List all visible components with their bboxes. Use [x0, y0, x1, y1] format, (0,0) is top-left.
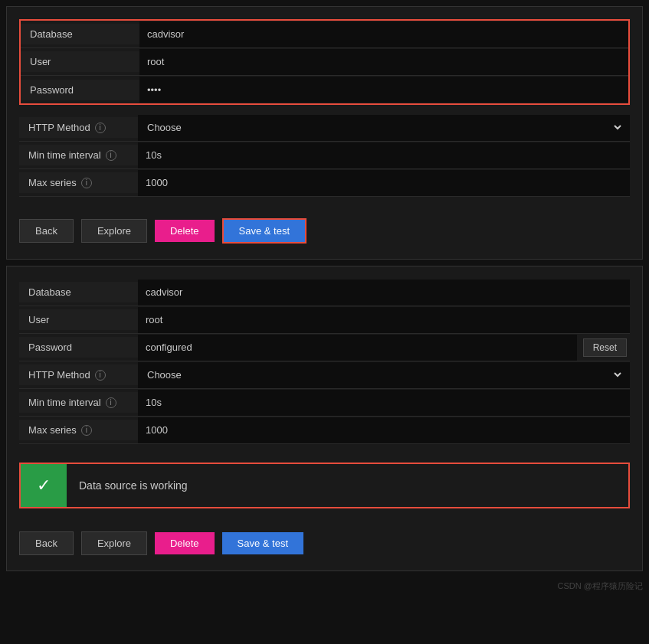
max-series-row: Max series i — [19, 169, 630, 197]
min-time-interval-row: Min time interval i — [19, 142, 630, 169]
p2-password-input[interactable] — [138, 335, 577, 361]
user-label: User — [21, 51, 139, 72]
min-time-interval-label: Min time interval i — [19, 145, 138, 165]
p2-min-time-interval-input[interactable] — [138, 390, 630, 416]
p2-http-method-info-icon: i — [95, 370, 106, 381]
p2-max-series-input[interactable] — [138, 417, 630, 443]
p2-password-row: Password Reset — [19, 334, 630, 361]
credentials-section: Database User Password — [19, 19, 630, 105]
http-method-row: HTTP Method i Choose GET POST — [19, 114, 630, 142]
min-time-interval-info-icon: i — [106, 150, 116, 161]
panel1-save-test-button[interactable]: Save & test — [222, 218, 306, 244]
database-label: Database — [21, 24, 139, 44]
p2-reset-button[interactable]: Reset — [583, 338, 627, 357]
panel2-back-button[interactable]: Back — [19, 531, 74, 555]
success-banner: ✓ Data source is working — [19, 463, 630, 508]
p2-user-label: User — [19, 309, 138, 330]
p2-database-label: Database — [19, 282, 138, 302]
p2-http-method-select[interactable]: Choose GET POST — [144, 368, 624, 381]
http-method-info-icon: i — [95, 123, 106, 133]
p2-min-time-interval-label: Min time interval i — [19, 392, 138, 413]
user-row: User — [21, 48, 628, 76]
p2-password-label: Password — [19, 337, 138, 358]
http-method-label: HTTP Method i — [19, 117, 138, 138]
p2-http-method-select-wrapper: Choose GET POST — [138, 362, 630, 388]
p2-min-time-interval-row: Min time interval i — [19, 389, 630, 417]
user-input[interactable] — [139, 49, 628, 75]
panel2-explore-button[interactable]: Explore — [81, 531, 147, 555]
password-input[interactable] — [139, 77, 628, 103]
panel-2: Database User Password Reset HTTP Method… — [6, 266, 643, 571]
panel1-back-button[interactable]: Back — [19, 219, 74, 243]
min-time-interval-input[interactable] — [138, 142, 630, 168]
panel1-delete-button[interactable]: Delete — [155, 220, 215, 242]
p2-database-row: Database — [19, 279, 630, 306]
p2-database-input[interactable] — [138, 280, 630, 306]
database-input[interactable] — [139, 21, 628, 47]
success-message: Data source is working — [67, 479, 200, 492]
database-row: Database — [21, 21, 628, 48]
p2-user-row: User — [19, 306, 630, 334]
max-series-label: Max series i — [19, 172, 138, 193]
p2-http-method-label: HTTP Method i — [19, 364, 138, 385]
password-label: Password — [21, 80, 139, 100]
panel1-button-row: Back Explore Delete Save & test — [19, 211, 630, 247]
p2-max-series-row: Max series i — [19, 417, 630, 444]
p2-max-series-info-icon: i — [81, 425, 92, 436]
http-method-select[interactable]: Choose GET POST — [144, 121, 624, 134]
panel2-delete-button[interactable]: Delete — [155, 532, 215, 554]
http-method-select-wrapper: Choose GET POST — [138, 115, 630, 141]
p2-http-method-row: HTTP Method i Choose GET POST — [19, 361, 630, 389]
panel2-button-row: Back Explore Delete Save & test — [19, 524, 630, 558]
watermark: CSDN @程序猿历险记 — [0, 577, 649, 592]
success-icon-box: ✓ — [21, 464, 67, 507]
max-series-input[interactable] — [138, 170, 630, 196]
panel2-save-test-button[interactable]: Save & test — [222, 532, 303, 554]
max-series-info-icon: i — [81, 178, 92, 188]
p2-max-series-label: Max series i — [19, 420, 138, 440]
panel1-explore-button[interactable]: Explore — [81, 219, 147, 243]
panel-1: Database User Password HTTP Method i Cho… — [6, 6, 643, 260]
check-icon: ✓ — [37, 476, 51, 495]
p2-user-input[interactable] — [138, 307, 630, 333]
password-row: Password — [21, 76, 628, 103]
p2-min-time-interval-info-icon: i — [106, 397, 116, 408]
